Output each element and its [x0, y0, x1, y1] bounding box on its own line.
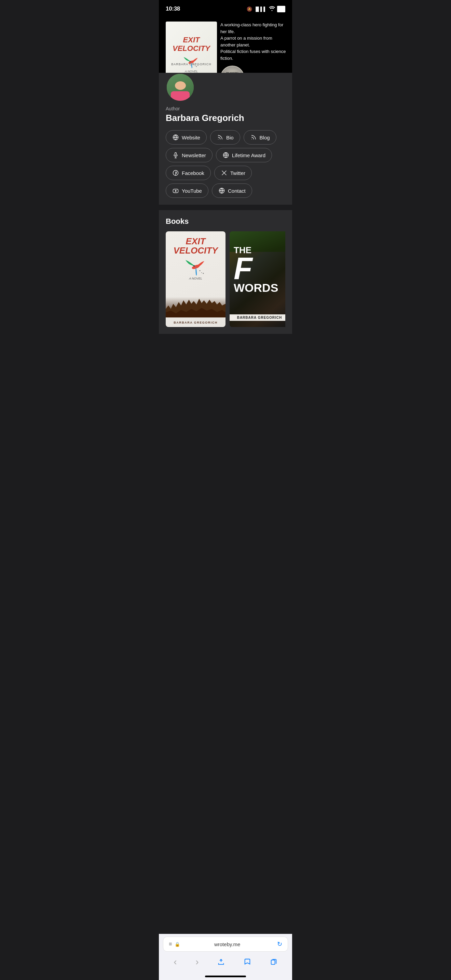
hero-author-cover: Barbara Gregorich	[171, 62, 211, 66]
svg-rect-13	[175, 153, 177, 156]
svg-point-4	[196, 66, 197, 67]
fw-author-text: Barbara Gregorich	[232, 316, 285, 320]
fw-author-banner: Barbara Gregorich	[230, 314, 285, 321]
forward-button[interactable]: ›	[193, 955, 201, 969]
status-time: 10:38	[166, 5, 180, 12]
hamburger-icon: ≡	[169, 941, 172, 947]
books-title: Books	[166, 217, 285, 226]
youtube-icon	[172, 187, 179, 194]
browser-bar-spacer	[159, 334, 292, 378]
book-card-exit-velocity[interactable]: EXITVELOCITY A NOVEL	[166, 231, 226, 327]
svg-point-20	[194, 265, 195, 267]
signal-icon: ▐▌▌▌	[254, 6, 267, 12]
reload-button[interactable]: ↻	[277, 940, 282, 948]
bio-button[interactable]: Bio	[210, 130, 240, 145]
twitter-x-icon	[221, 170, 227, 176]
lock-icon: 🔒	[175, 942, 180, 947]
avatar	[166, 73, 195, 102]
hero-tagline: A working-class hero fighting for her li…	[221, 22, 287, 62]
globe-icon-award	[222, 152, 229, 159]
fw-words: WORDS	[234, 282, 285, 294]
ev-author: Barbara Gregorich	[173, 321, 218, 324]
facebook-button[interactable]: Facebook	[166, 166, 211, 180]
ev-crowd	[166, 297, 226, 317]
svg-point-6	[192, 67, 193, 67]
hero-book-title: EXITVELOCITY	[170, 33, 213, 55]
browser-bar: ≡ 🔒 wroteby.me ↻ ‹ ›	[159, 934, 292, 980]
svg-rect-24	[271, 960, 275, 965]
url-text: wroteby.me	[181, 942, 273, 947]
svg-point-12	[251, 139, 252, 140]
svg-point-23	[203, 273, 203, 274]
mute-icon: 🔕	[247, 6, 252, 12]
bookmarks-button[interactable]	[241, 957, 254, 967]
share-button[interactable]	[214, 957, 227, 967]
globe-icon	[172, 134, 179, 141]
status-bar: 10:38 🔕 ▐▌▌▌ 87	[159, 0, 292, 16]
tabs-button[interactable]	[267, 957, 280, 967]
website-button[interactable]: Website	[166, 130, 207, 145]
book-bird-svg	[181, 56, 202, 69]
svg-point-1	[190, 61, 191, 62]
contact-button[interactable]: Contact	[212, 183, 252, 198]
youtube-button[interactable]: YouTube	[166, 183, 208, 198]
blog-button[interactable]: Blog	[244, 130, 276, 145]
mic-icon	[172, 152, 179, 159]
book-card-f-words[interactable]: FOE FAIR FENCE FORCE FIND FAR FEAR FAZE …	[230, 231, 285, 327]
browser-nav: ‹ ›	[159, 951, 292, 974]
svg-point-21	[199, 270, 200, 271]
avatar-container	[166, 73, 285, 102]
rss-icon-blog	[250, 134, 257, 141]
battery-icon: 87	[277, 6, 285, 12]
home-indicator	[205, 975, 246, 977]
rss-icon-bio	[217, 134, 224, 141]
globe-icon-contact	[218, 187, 225, 194]
facebook-icon	[172, 170, 179, 176]
status-icons: 🔕 ▐▌▌▌ 87	[247, 6, 285, 12]
profile-section: Author Barbara Gregorich Website Bio Blo…	[159, 73, 292, 205]
ev-subtitle: A NOVEL	[189, 277, 202, 280]
twitter-button[interactable]: Twitter	[214, 166, 252, 180]
section-divider	[159, 205, 292, 207]
buttons-grid: Website Bio Blog Newsletter	[166, 130, 285, 198]
lifetime-award-button[interactable]: Lifetime Award	[216, 148, 272, 162]
url-bar[interactable]: ≡ 🔒 wroteby.me ↻	[163, 937, 288, 951]
wifi-icon	[269, 6, 275, 12]
newsletter-button[interactable]: Newsletter	[166, 148, 213, 162]
svg-point-22	[201, 272, 202, 273]
fw-main-text: THE F WORDS	[234, 245, 285, 294]
svg-marker-17	[175, 190, 177, 192]
avatar-inner	[167, 74, 194, 101]
fw-f: F	[234, 256, 285, 282]
books-row: EXITVELOCITY A NOVEL	[166, 231, 285, 327]
ev-bird-area	[182, 258, 210, 275]
back-button[interactable]: ‹	[171, 955, 179, 969]
books-section: Books EXITVELOCITY A NOVEL	[159, 210, 292, 334]
svg-point-11	[218, 139, 219, 140]
author-label: Author	[166, 106, 285, 111]
ev-title: EXITVELOCITY	[173, 237, 218, 256]
author-name: Barbara Gregorich	[166, 113, 285, 123]
